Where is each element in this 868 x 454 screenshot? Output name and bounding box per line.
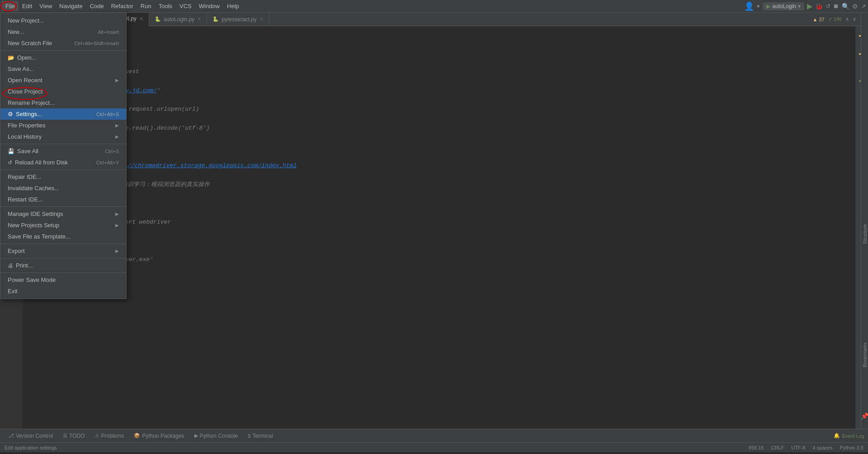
- bottom-tab-python-console[interactable]: ▶ Python Console: [190, 431, 243, 441]
- code-line-905: #: [30, 208, 848, 218]
- warnings-up-arrow[interactable]: ∧: [845, 16, 849, 22]
- menu-item-new-projects-setup[interactable]: New Projects Setup ▶: [0, 220, 126, 231]
- status-indent[interactable]: 4 spaces: [812, 445, 832, 450]
- repair-ide-label: Repair IDE...: [8, 173, 41, 180]
- menubar-right: 👤 ▾ ▶ autoLogin ▾ ▶ 🐞 ↺ ⏹ 🔍 ⚙ ↗: [744, 1, 866, 11]
- bottom-tab-todo[interactable]: ☰ TODO: [58, 431, 89, 441]
- bottom-tab-problems[interactable]: ⚠ Problems: [90, 431, 129, 441]
- menu-item-open[interactable]: 📂 Open...: [0, 52, 126, 63]
- bookmarks-label[interactable]: Bookmarks: [862, 342, 868, 367]
- menu-item-open-recent[interactable]: Open Recent ▶: [0, 75, 126, 86]
- save-all-label: Save All: [17, 148, 38, 154]
- structure-label[interactable]: Structure: [862, 224, 868, 244]
- run-button[interactable]: ▶: [807, 2, 812, 10]
- menu-item-save-as[interactable]: Save As...: [0, 63, 126, 75]
- menu-item-rename-project[interactable]: Rename Project...: [0, 97, 126, 108]
- reload-label: Reload All from Disk: [15, 159, 68, 166]
- bookmark-icon: 📌: [861, 412, 868, 420]
- event-log-label: Event Log: [842, 433, 864, 439]
- menu-view[interactable]: View: [36, 1, 56, 11]
- menu-item-power-save-mode[interactable]: Power Save Mode: [0, 274, 126, 286]
- new-projects-setup-arrow: ▶: [115, 223, 119, 228]
- code-line-903: #: [30, 190, 848, 199]
- reload-shortcut: Ctrl+Alt+Y: [96, 160, 119, 165]
- status-encoding[interactable]: UTF-8: [791, 445, 805, 450]
- menu-item-new-scratch[interactable]: New Scratch File Ctrl+Alt+Shift+Insert: [0, 37, 126, 49]
- bookmarks-sidebar: Bookmarks: [861, 342, 868, 412]
- menu-item-settings[interactable]: ⚙ Settings... Ctrl+Alt+S: [0, 108, 126, 120]
- menu-help[interactable]: Help: [223, 1, 243, 11]
- bookmark-pin[interactable]: 📌: [861, 412, 868, 429]
- menu-item-reload[interactable]: ↺ Reload All from Disk Ctrl+Alt+Y: [0, 157, 126, 168]
- menu-vcs[interactable]: VCS: [176, 1, 195, 11]
- tab-pytesseract[interactable]: 🐍 pytesseract.py ✕: [207, 13, 269, 26]
- bottom-right: 🔔 Event Log: [834, 433, 864, 439]
- separator-7: [0, 272, 126, 273]
- menu-item-exit[interactable]: Exit: [0, 286, 126, 297]
- code-line-886: [30, 30, 848, 39]
- bottom-tab-version-control[interactable]: ⎇ Version Control: [4, 431, 57, 441]
- menubar: File Edit View Navigate Code Refactor Ru…: [0, 0, 868, 13]
- status-line-ending[interactable]: CRLF: [771, 445, 784, 450]
- code-line-899: [30, 152, 848, 161]
- tab-autologin[interactable]: 🐍 autoLogin.py ✕: [149, 13, 208, 26]
- menu-refactor[interactable]: Refactor: [108, 1, 137, 11]
- bottom-tab-terminal[interactable]: $ Terminal: [243, 431, 277, 441]
- menu-file[interactable]: File: [2, 1, 19, 11]
- bottom-tab-python-packages[interactable]: 📦 Python Packages: [129, 431, 189, 441]
- menu-item-close-project[interactable]: Close Project: [0, 86, 126, 97]
- menu-item-repair-ide[interactable]: Repair IDE...: [0, 171, 126, 183]
- event-log-icon: 🔔: [834, 433, 840, 439]
- menu-item-new[interactable]: New... Alt+Insert: [0, 26, 126, 37]
- menu-item-save-all[interactable]: 💾 Save All Ctrl+S: [0, 145, 126, 157]
- code-editor: 886 887 888 889 890 891 892 893 894 895 …: [0, 26, 861, 429]
- tab-close-2[interactable]: ✕: [197, 16, 201, 22]
- warnings-down-arrow[interactable]: ∨: [853, 16, 856, 22]
- stop-button[interactable]: ⏹: [833, 3, 839, 9]
- rename-project-label: Rename Project...: [8, 99, 55, 106]
- menu-item-export[interactable]: Export ▶: [0, 245, 126, 257]
- todo-icon: ☰: [63, 433, 67, 439]
- menu-item-invalidate-caches[interactable]: Invalidate Caches...: [0, 183, 126, 194]
- run-with-coverage-button[interactable]: ↺: [826, 3, 830, 9]
- settings-button[interactable]: ⚙: [852, 3, 858, 10]
- problems-label: Problems: [101, 433, 124, 439]
- debug-button[interactable]: 🐞: [815, 3, 823, 10]
- run-configuration[interactable]: ▶ autoLogin ▾: [763, 2, 804, 10]
- code-line-895: #: [30, 114, 848, 124]
- menu-item-save-file-as-template[interactable]: Save File as Template...: [0, 231, 126, 242]
- status-python[interactable]: Python 3.8: [840, 445, 863, 450]
- menu-item-manage-ide-settings[interactable]: Manage IDE Settings ▶: [0, 208, 126, 220]
- close-project-label: Close Project: [8, 88, 42, 95]
- manage-ide-settings-label: Manage IDE Settings: [8, 211, 63, 217]
- profile-icon[interactable]: 👤: [744, 1, 754, 11]
- tab-close-1[interactable]: ✕: [139, 16, 143, 22]
- code-content[interactable]: # import urllib.request # # url = 'https…: [23, 26, 855, 429]
- menu-item-new-project[interactable]: New Project...: [0, 15, 126, 26]
- todo-label: TODO: [69, 433, 85, 439]
- menu-item-local-history[interactable]: Local History ▶: [0, 131, 126, 142]
- event-log[interactable]: 🔔 Event Log: [834, 433, 864, 439]
- menu-code[interactable]: Code: [86, 1, 108, 11]
- update-button[interactable]: ↗: [861, 3, 866, 10]
- menu-tools[interactable]: Tools: [155, 1, 176, 11]
- separator-5: [0, 243, 126, 244]
- menu-item-file-properties[interactable]: File Properties ▶: [0, 120, 126, 131]
- menu-edit[interactable]: Edit: [19, 1, 36, 11]
- tab-close-3[interactable]: ✕: [259, 16, 264, 22]
- menu-item-restart-ide[interactable]: Restart IDE...: [0, 194, 126, 205]
- menu-run[interactable]: Run: [137, 1, 155, 11]
- print-label: Print...: [16, 262, 33, 269]
- search-everywhere-button[interactable]: 🔍: [842, 3, 849, 10]
- code-line-893: #: [30, 96, 848, 105]
- status-position[interactable]: 956:16: [749, 445, 764, 450]
- menu-item-print[interactable]: 🖨 Print...: [0, 260, 126, 271]
- chromedriver-link[interactable]: http://chromedriver.storage.googleapis.c…: [110, 162, 297, 169]
- file-properties-label: File Properties: [8, 122, 46, 129]
- menu-window[interactable]: Window: [195, 1, 223, 11]
- profile-dropdown-arrow[interactable]: ▾: [757, 3, 760, 9]
- menu-navigate[interactable]: Navigate: [56, 1, 86, 11]
- new-scratch-shortcut: Ctrl+Alt+Shift+Insert: [74, 41, 119, 46]
- code-line-889: [30, 58, 848, 67]
- separator-2: [0, 144, 126, 144]
